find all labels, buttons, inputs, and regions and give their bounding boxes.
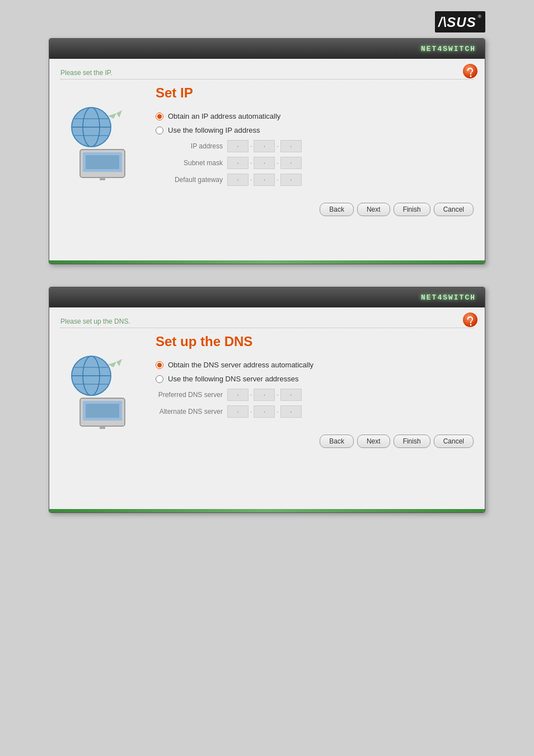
radio-auto-dns-input[interactable] [156, 361, 163, 369]
bottom-bar-1 [49, 260, 485, 264]
svg-text:®: ® [478, 14, 481, 19]
radio-auto-ip-label: Obtain an IP address automatically [168, 112, 280, 120]
button-bar-1: Back Next Finish Cancel [156, 197, 474, 216]
set-dns-window: NET4SWITCH Please set up the DNS. [49, 287, 485, 513]
step-label-1: Please set the IP. [60, 69, 474, 80]
radio-manual-dns-label: Use the following DNS server addresses [168, 375, 298, 383]
title-bar-text-2: NET4SWITCH [421, 293, 476, 302]
gateway-label: Default gateway [156, 176, 223, 184]
page-title-1: Set IP [156, 85, 474, 101]
ip-seg-3[interactable] [280, 140, 302, 152]
set-ip-window: NET4SWITCH Please set the IP. [49, 38, 485, 264]
title-bar-text-1: NET4SWITCH [421, 45, 476, 53]
preferred-seg-2[interactable] [254, 389, 275, 401]
radio-manual-ip-label: Use the following IP address [168, 126, 260, 134]
asus-logo-svg: /\SUS ® [435, 11, 485, 32]
radio-manual-dns-input[interactable] [156, 375, 163, 383]
subnet-mask-row: Subnet mask · · [156, 157, 474, 169]
wizard-body-1: Please set the IP. [49, 59, 485, 260]
content-area-1: Set IP Obtain an IP address automaticall… [60, 85, 474, 216]
radio-manual-ip[interactable]: Use the following IP address [156, 126, 474, 134]
radio-auto-ip[interactable]: Obtain an IP address automatically [156, 112, 474, 120]
svg-point-17 [470, 324, 472, 326]
computer-illustration-2 [66, 351, 144, 429]
back-button-1[interactable]: Back [320, 203, 354, 216]
left-image-1 [60, 85, 150, 216]
cancel-button-1[interactable]: Cancel [434, 203, 474, 216]
step-label-2: Please set up the DNS. [60, 318, 474, 328]
alternate-dns-inputs: · · [227, 405, 302, 418]
preferred-dns-row: Preferred DNS server · · [156, 389, 474, 401]
page-title-2: Set up the DNS [156, 334, 474, 349]
preferred-dns-inputs: · · [227, 389, 302, 401]
finish-button-2[interactable]: Finish [394, 435, 430, 448]
subnet-mask-label: Subnet mask [156, 159, 223, 167]
radio-auto-ip-input[interactable] [156, 113, 163, 120]
radio-auto-dns[interactable]: Obtain the DNS server address automatica… [156, 361, 474, 369]
radio-group-2: Obtain the DNS server address automatica… [156, 361, 474, 383]
svg-rect-13 [86, 155, 119, 169]
next-button-1[interactable]: Next [357, 203, 390, 216]
left-image-2 [60, 334, 150, 448]
svg-rect-27 [100, 426, 105, 429]
content-area-2: Set up the DNS Obtain the DNS server add… [60, 334, 474, 448]
radio-manual-ip-input[interactable] [156, 127, 163, 134]
gateway-seg-1[interactable] [227, 174, 249, 186]
next-button-2[interactable]: Next [357, 435, 390, 448]
svg-text:/\SUS: /\SUS [438, 15, 476, 30]
alternate-dns-label: Alternate DNS server [156, 408, 223, 416]
finish-button-1[interactable]: Finish [394, 203, 430, 216]
ip-address-inputs: · · [227, 140, 302, 152]
button-bar-2: Back Next Finish Cancel [156, 429, 474, 448]
preferred-dns-label: Preferred DNS server [156, 391, 223, 399]
ip-address-row: IP address · · [156, 140, 474, 152]
title-bar-2: NET4SWITCH [49, 287, 485, 307]
help-icon-2[interactable] [462, 312, 478, 328]
cancel-button-2[interactable]: Cancel [434, 435, 474, 448]
alternate-seg-1[interactable] [227, 405, 249, 418]
help-icon[interactable] [462, 63, 478, 79]
radio-manual-dns[interactable]: Use the following DNS server addresses [156, 375, 474, 383]
preferred-seg-1[interactable] [227, 389, 249, 401]
gateway-seg-3[interactable] [280, 174, 302, 186]
right-content-1: Set IP Obtain an IP address automaticall… [150, 85, 474, 216]
subnet-seg-1[interactable] [227, 157, 249, 169]
svg-rect-26 [86, 404, 119, 418]
ip-seg-2[interactable] [254, 140, 275, 152]
subnet-seg-3[interactable] [280, 157, 302, 169]
radio-group-1: Obtain an IP address automatically Use t… [156, 112, 474, 134]
alternate-seg-3[interactable] [280, 405, 302, 418]
svg-point-4 [470, 76, 472, 77]
right-content-2: Set up the DNS Obtain the DNS server add… [150, 334, 474, 448]
back-button-2[interactable]: Back [320, 435, 354, 448]
ip-seg-1[interactable] [227, 140, 249, 152]
bottom-bar-2 [49, 509, 485, 512]
svg-rect-14 [100, 178, 105, 180]
asus-logo-container: /\SUS ® [49, 11, 485, 32]
radio-auto-dns-label: Obtain the DNS server address automatica… [168, 361, 313, 369]
computer-illustration-1 [66, 102, 144, 180]
preferred-seg-3[interactable] [280, 389, 302, 401]
alternate-seg-2[interactable] [254, 405, 275, 418]
gateway-inputs: · · [227, 174, 302, 186]
gateway-seg-2[interactable] [254, 174, 275, 186]
alternate-dns-row: Alternate DNS server · · [156, 405, 474, 418]
subnet-seg-2[interactable] [254, 157, 275, 169]
ip-address-label: IP address [156, 142, 223, 150]
wizard-body-2: Please set up the DNS. [49, 307, 485, 509]
gateway-row: Default gateway · · [156, 174, 474, 186]
subnet-mask-inputs: · · [227, 157, 302, 169]
title-bar-1: NET4SWITCH [49, 39, 485, 59]
